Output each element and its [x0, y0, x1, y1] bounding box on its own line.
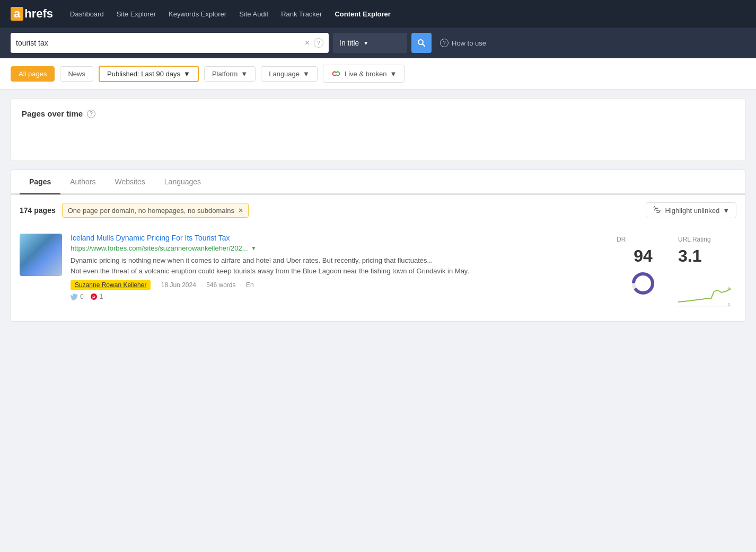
article-word-count: 546 words	[206, 281, 235, 289]
svg-point-10	[638, 278, 648, 289]
author-tag[interactable]: Suzanne Rowan Kelleher	[71, 280, 151, 290]
live-broken-chevron-icon: ▼	[390, 70, 397, 78]
news-filter[interactable]: News	[60, 66, 93, 82]
search-input[interactable]	[16, 39, 305, 47]
meta-separator-2: ·	[200, 281, 202, 289]
filter-tag-remove-button[interactable]: ×	[239, 206, 243, 215]
clear-icon[interactable]: ×	[305, 38, 310, 48]
link-icon	[331, 68, 341, 79]
tab-languages[interactable]: Languages	[155, 170, 210, 194]
tab-websites[interactable]: Websites	[106, 170, 155, 194]
filter-bar: All pages News Published: Last 90 days ▼…	[0, 58, 756, 90]
url-rating-column: URL Rating 3.1 4 0	[678, 234, 736, 307]
nav-item-site-explorer[interactable]: Site Explorer	[117, 10, 156, 18]
published-filter[interactable]: Published: Last 90 days ▼	[99, 66, 199, 82]
url-rating-label: URL Rating	[678, 236, 711, 243]
pinterest-icon: P	[90, 293, 98, 300]
url-dropdown-icon[interactable]: ▼	[251, 245, 257, 251]
article-url-wrap: https://www.forbes.com/sites/suzannerowa…	[71, 244, 608, 252]
dr-value: 94	[634, 246, 653, 266]
results-tabs: Pages Authors Websites Languages	[11, 170, 745, 194]
highlight-unlinked-label: Highlight unlinked	[665, 207, 720, 215]
logo-a: a	[11, 7, 23, 21]
main-content: Pages over time ? Pages Authors Websites…	[0, 98, 756, 322]
nav-item-site-audit[interactable]: Site Audit	[239, 10, 268, 18]
svg-line-1	[423, 44, 425, 46]
article-card: Iceland Mulls Dynamic Pricing For Its To…	[20, 227, 736, 314]
nav-item-dashboard[interactable]: Dashboard	[70, 10, 104, 18]
article-meta: Suzanne Rowan Kelleher · 18 Jun 2024 · 5…	[71, 280, 608, 290]
results-count: 174 pages	[20, 206, 56, 215]
results-tabs-section: Pages Authors Websites Languages	[11, 170, 745, 194]
chevron-down-icon: ▼	[363, 40, 368, 46]
meta-separator-3: ·	[240, 281, 242, 289]
all-pages-filter[interactable]: All pages	[11, 66, 55, 82]
svg-text:P: P	[92, 295, 95, 300]
tab-authors[interactable]: Authors	[60, 170, 105, 194]
highlight-unlinked-button[interactable]: Highlight unlinked ▼	[646, 202, 737, 218]
svg-text:4: 4	[728, 286, 731, 290]
dr-column: DR 94	[617, 234, 670, 307]
live-broken-label: Live & broken	[345, 70, 387, 78]
pages-over-time-label: Pages over time	[22, 109, 83, 118]
svg-text:0: 0	[728, 302, 731, 307]
article-language: En	[246, 281, 254, 289]
article-date: 18 Jun 2024	[161, 281, 196, 289]
platform-label: Platform	[212, 70, 238, 78]
language-label: Language	[269, 70, 300, 78]
language-filter[interactable]: Language ▼	[261, 66, 318, 82]
pinterest-count-value: 1	[100, 293, 103, 300]
search-input-wrap: × ?	[11, 33, 329, 53]
pages-over-time-chart	[22, 118, 734, 150]
pinterest-count: P 1	[90, 293, 103, 300]
article-thumbnail	[20, 234, 62, 276]
help-icon[interactable]: ?	[314, 38, 323, 48]
twitter-count: 0	[71, 293, 84, 300]
article-url[interactable]: https://www.forbes.com/sites/suzannerowa…	[71, 244, 248, 252]
logo[interactable]: ahrefs	[11, 7, 53, 21]
pages-over-time-help-icon[interactable]: ?	[87, 110, 95, 118]
search-button[interactable]	[411, 33, 432, 53]
filter-tag: One page per domain, no homepages, no su…	[62, 203, 249, 218]
logo-hrefs: hrefs	[24, 7, 53, 21]
nav-item-rank-tracker[interactable]: Rank Tracker	[281, 10, 322, 18]
language-chevron-icon: ▼	[303, 70, 310, 78]
highlight-unlinked-chevron-icon: ▼	[723, 207, 729, 215]
search-icons: × ?	[305, 38, 323, 48]
dr-label: DR	[617, 236, 626, 243]
social-icons: 0 P 1	[71, 293, 608, 300]
search-bar: × ? In title ▼ ? How to use	[0, 28, 756, 58]
search-icon	[417, 39, 426, 47]
platform-chevron-icon: ▼	[241, 70, 248, 78]
nav-item-content-explorer[interactable]: Content Explorer	[335, 10, 390, 18]
url-rating-value: 3.1	[678, 246, 731, 266]
published-chevron-icon: ▼	[183, 70, 190, 78]
twitter-icon	[71, 293, 78, 300]
how-to-use[interactable]: ? How to use	[440, 39, 486, 47]
meta-separator-1: ·	[155, 281, 156, 289]
filter-tag-text: One page per domain, no homepages, no su…	[68, 207, 234, 215]
results-header: 174 pages One page per domain, no homepa…	[20, 202, 736, 218]
article-thumb-image	[20, 234, 62, 276]
tab-pages[interactable]: Pages	[20, 170, 60, 194]
in-title-dropdown[interactable]: In title ▼	[333, 33, 407, 53]
dr-donut-chart	[630, 270, 656, 297]
article-content: Iceland Mulls Dynamic Pricing For Its To…	[71, 234, 608, 307]
live-broken-filter[interactable]: Live & broken ▼	[323, 65, 405, 83]
url-rating-chart: 4 0	[678, 281, 731, 307]
published-label: Published: Last 90 days	[107, 70, 180, 78]
nav-item-keywords-explorer[interactable]: Keywords Explorer	[169, 10, 226, 18]
svg-rect-4	[335, 73, 337, 75]
pages-over-time-title: Pages over time ?	[22, 109, 734, 118]
unlinked-icon	[653, 206, 662, 215]
platform-filter[interactable]: Platform ▼	[204, 66, 256, 82]
results-section: 174 pages One page per domain, no homepa…	[11, 194, 745, 322]
twitter-count-value: 0	[80, 293, 84, 300]
top-navigation: ahrefs Dashboard Site Explorer Keywords …	[0, 0, 756, 28]
help-circle-icon: ?	[440, 39, 449, 47]
pages-over-time-section: Pages over time ?	[11, 98, 745, 161]
how-to-use-label: How to use	[452, 39, 486, 47]
article-title[interactable]: Iceland Mulls Dynamic Pricing For Its To…	[71, 234, 608, 242]
in-title-label: In title	[339, 39, 359, 47]
article-description: Dynamic pricing is nothing new when it c…	[71, 255, 608, 276]
